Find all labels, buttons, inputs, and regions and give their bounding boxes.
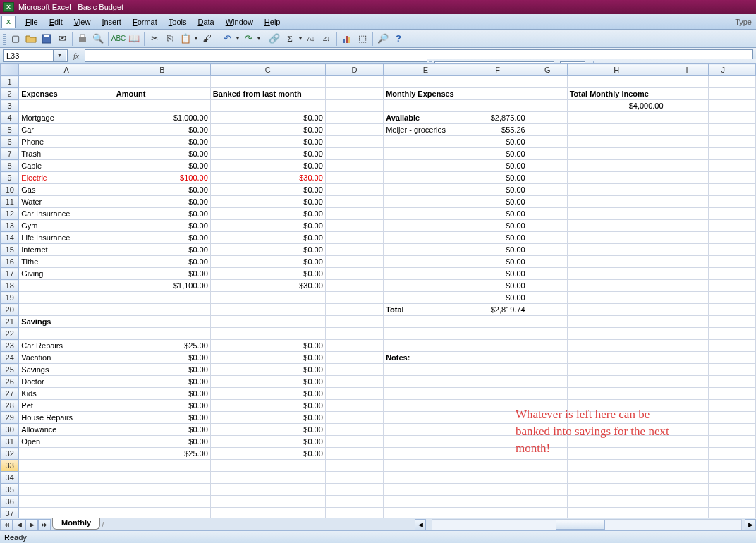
cell-C4[interactable]: $0.00: [210, 112, 325, 124]
cell-I6[interactable]: [666, 136, 708, 148]
cell-I1[interactable]: [666, 76, 708, 88]
row-header-22[interactable]: 22: [1, 328, 19, 340]
cell-G21[interactable]: [528, 316, 567, 328]
cell-B10[interactable]: $0.00: [114, 184, 210, 196]
print-icon[interactable]: [75, 31, 90, 47]
sort-desc-icon[interactable]: Z↓: [319, 31, 334, 47]
cell-H19[interactable]: [567, 292, 666, 304]
document-icon[interactable]: X: [1, 16, 16, 28]
cell-E23[interactable]: [384, 340, 468, 352]
cell-F34[interactable]: [468, 472, 528, 484]
cell-C3[interactable]: [210, 100, 325, 112]
row-header-21[interactable]: 21: [1, 316, 19, 328]
hyperlink-icon[interactable]: 🔗: [267, 31, 282, 47]
cell-I8[interactable]: [666, 160, 708, 172]
row-header-34[interactable]: 34: [1, 472, 19, 484]
cell-E2[interactable]: Monthly Expenses: [384, 88, 468, 100]
cell-C26[interactable]: $0.00: [210, 376, 325, 388]
tab-nav-next[interactable]: ▶: [25, 519, 38, 530]
cell-G18[interactable]: [528, 280, 567, 292]
cell-F26[interactable]: [468, 376, 528, 388]
cell-C33[interactable]: [210, 460, 325, 472]
cell-B17[interactable]: $0.00: [114, 268, 210, 280]
cell-B20[interactable]: [114, 304, 210, 316]
cell-J23[interactable]: [708, 340, 738, 352]
row-header-8[interactable]: 8: [1, 160, 19, 172]
cell-H9[interactable]: [567, 172, 666, 184]
menu-edit[interactable]: Edit: [44, 16, 68, 28]
cell-C32[interactable]: $0.00: [210, 448, 325, 460]
cell-E24[interactable]: Notes:: [384, 352, 468, 364]
cell-A20[interactable]: [19, 304, 114, 316]
cell-G6[interactable]: [528, 136, 567, 148]
cell-D17[interactable]: [325, 268, 383, 280]
cell-E4[interactable]: Available: [384, 112, 468, 124]
cell-A6[interactable]: Phone: [19, 136, 114, 148]
cell-B32[interactable]: $25.00: [114, 448, 210, 460]
cell-J11[interactable]: [708, 196, 738, 208]
cell-I26[interactable]: [666, 376, 708, 388]
cell-G23[interactable]: [528, 340, 567, 352]
cell-A26[interactable]: Doctor: [19, 376, 114, 388]
cell-D30[interactable]: [325, 424, 383, 436]
row-header-28[interactable]: 28: [1, 400, 19, 412]
cell-H1[interactable]: [567, 76, 666, 88]
print-preview-icon[interactable]: 🔍: [90, 31, 106, 47]
hscroll-track[interactable]: [432, 519, 742, 530]
cell-A18[interactable]: [19, 280, 114, 292]
cell-J4[interactable]: [708, 112, 738, 124]
cell-B6[interactable]: $0.00: [114, 136, 210, 148]
select-all-corner[interactable]: [1, 64, 19, 76]
cell-F1[interactable]: [468, 76, 528, 88]
cell-B13[interactable]: $0.00: [114, 220, 210, 232]
cell-G36[interactable]: [528, 496, 567, 508]
cell-G14[interactable]: [528, 232, 567, 244]
row-header-33[interactable]: 33: [1, 460, 19, 472]
paste-dropdown[interactable]: ▾: [193, 35, 199, 42]
row-header-4[interactable]: 4: [1, 112, 19, 124]
cell-C21[interactable]: [210, 316, 325, 328]
cell-H36[interactable]: [567, 496, 666, 508]
cell-B5[interactable]: $0.00: [114, 124, 210, 136]
cell-D33[interactable]: [325, 460, 383, 472]
undo-icon[interactable]: ↶: [219, 31, 235, 47]
cell-H10[interactable]: [567, 184, 666, 196]
cell-C7[interactable]: $0.00: [210, 148, 325, 160]
cell-H14[interactable]: [567, 232, 666, 244]
cell-H22[interactable]: [567, 328, 666, 340]
new-icon[interactable]: ▢: [8, 31, 23, 47]
row-header-12[interactable]: 12: [1, 208, 19, 220]
cell-A13[interactable]: Gym: [19, 220, 114, 232]
cell-J7[interactable]: [708, 148, 738, 160]
cell-E13[interactable]: [384, 220, 468, 232]
cell-J34[interactable]: [708, 472, 738, 484]
row-header-30[interactable]: 30: [1, 424, 19, 436]
cell-J28[interactable]: [708, 400, 738, 412]
cell-C12[interactable]: $0.00: [210, 208, 325, 220]
cell-D20[interactable]: [325, 304, 383, 316]
cell-D28[interactable]: [325, 400, 383, 412]
cell-C29[interactable]: $0.00: [210, 412, 325, 424]
cell-F18[interactable]: $0.00: [468, 280, 528, 292]
row-header-1[interactable]: 1: [1, 76, 19, 88]
cell-G7[interactable]: [528, 148, 567, 160]
cell-C31[interactable]: $0.00: [210, 436, 325, 448]
cell-G5[interactable]: [528, 124, 567, 136]
menu-format[interactable]: Format: [127, 16, 163, 28]
cell-E22[interactable]: [384, 328, 468, 340]
cell-I10[interactable]: [666, 184, 708, 196]
undo-dropdown[interactable]: ▾: [235, 35, 240, 42]
row-header-13[interactable]: 13: [1, 220, 19, 232]
cell-B16[interactable]: $0.00: [114, 256, 210, 268]
cell-C20[interactable]: [210, 304, 325, 316]
cell-B11[interactable]: $0.00: [114, 196, 210, 208]
cell-J16[interactable]: [708, 256, 738, 268]
cell-A21[interactable]: Savings: [19, 316, 114, 328]
cell-J15[interactable]: [708, 244, 738, 256]
cell-J2[interactable]: [708, 88, 738, 100]
cell-D32[interactable]: [325, 448, 383, 460]
cell-I28[interactable]: [666, 400, 708, 412]
cell-I36[interactable]: [666, 496, 708, 508]
cell-J35[interactable]: [708, 484, 738, 496]
cell-C25[interactable]: $0.00: [210, 364, 325, 376]
